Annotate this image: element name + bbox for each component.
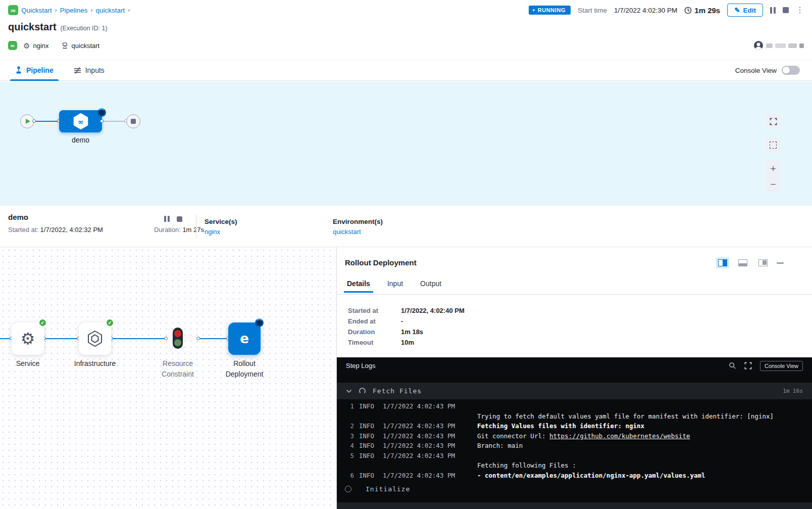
user-avatar-icon xyxy=(753,40,764,51)
stage-node-label: demo xyxy=(59,136,102,144)
log-lines[interactable]: 1 INFO 1/7/2022 4:02:43 PM Trying to fet… xyxy=(337,399,812,509)
tab-pipeline[interactable]: Pipeline xyxy=(12,60,57,80)
clock-icon xyxy=(684,7,692,14)
execution-graph-canvas[interactable]: ⚙ ✓ ✓ e Service Infrastructure Resource … xyxy=(0,247,336,509)
status-badge: RUNNING xyxy=(529,6,571,15)
next-log-section-partial xyxy=(337,502,812,509)
log-section-initialize[interactable]: Initialize xyxy=(337,481,812,496)
environment-link[interactable]: quickstart xyxy=(333,228,383,236)
pipeline-icon xyxy=(15,66,22,74)
log-timestamp: 1/7/2022 4:02:43 PM xyxy=(383,442,477,449)
logs-console-view-button[interactable]: Console View xyxy=(760,361,803,371)
stage-stop-button[interactable] xyxy=(177,216,182,222)
rollout-icon: e xyxy=(240,331,249,346)
edit-button[interactable]: ✎ Edit xyxy=(727,4,763,17)
environment-meta[interactable]: quickstart xyxy=(61,42,100,50)
edge xyxy=(198,338,228,339)
step-node-service[interactable]: ⚙ xyxy=(12,322,44,355)
log-level: INFO xyxy=(359,442,383,449)
duration-label: Duration: xyxy=(154,226,181,234)
tab-input[interactable]: Input xyxy=(386,276,404,293)
step-node-resource-constraint[interactable] xyxy=(173,328,183,349)
layout-split-horizontal-button[interactable] xyxy=(736,257,749,268)
log-message: Fetching following Files : xyxy=(477,461,576,469)
start-time-label: Start time xyxy=(578,7,607,14)
link-point[interactable] xyxy=(196,337,200,340)
execution-id: (Execution ID: 1) xyxy=(61,25,108,32)
canvas-select-button[interactable] xyxy=(766,137,781,153)
tab-details[interactable]: Details xyxy=(346,276,371,293)
log-level: INFO xyxy=(359,402,383,410)
cd-stage-icon: ∞ xyxy=(71,112,90,131)
zoom-out-button[interactable]: − xyxy=(766,176,781,192)
link-point[interactable] xyxy=(32,119,36,123)
stage-pause-button[interactable] xyxy=(164,216,170,222)
log-line-number: 2 xyxy=(337,422,354,430)
log-level: INFO xyxy=(359,472,383,479)
detail-value: 10m xyxy=(401,339,414,346)
stage-node-demo[interactable]: ∞ xyxy=(59,110,102,132)
divider xyxy=(196,215,196,239)
search-icon[interactable] xyxy=(729,362,736,369)
execution-controls: RUNNING Start time 1/7/2022 4:02:30 PM 1… xyxy=(529,4,804,17)
tab-output[interactable]: Output xyxy=(419,276,442,293)
step-node-infrastructure[interactable] xyxy=(79,322,111,355)
services-block: Service(s) nginx xyxy=(205,218,237,236)
end-node[interactable] xyxy=(126,114,140,128)
step-node-rollout-deployment[interactable]: e xyxy=(228,322,261,355)
log-section-duration: 1m 16s xyxy=(783,388,803,394)
detail-label: Timeout xyxy=(348,339,401,346)
detail-label: Started at xyxy=(348,307,401,314)
pause-button[interactable] xyxy=(770,7,776,14)
detail-label: Duration xyxy=(348,328,401,336)
service-link[interactable]: nginx xyxy=(205,228,237,236)
detail-value: - xyxy=(401,317,403,325)
zoom-in-button[interactable]: + xyxy=(766,161,781,176)
step-logs-header: Step Logs Console View xyxy=(337,357,812,374)
step-label-rollout-deployment: Rollout Deployment xyxy=(222,358,267,380)
pipeline-canvas[interactable]: ∞ demo + − xyxy=(0,81,812,206)
tab-inputs[interactable]: Inputs xyxy=(71,60,108,80)
breadcrumb-pipeline-name[interactable]: quickstart xyxy=(96,7,125,14)
redacted-text xyxy=(788,43,797,48)
link-point[interactable] xyxy=(100,119,104,123)
success-check-icon: ✓ xyxy=(106,318,114,327)
log-section-name: Initialize xyxy=(366,485,410,493)
canvas-zoom-controls: + − xyxy=(766,161,781,192)
service-meta[interactable]: ⚙ nginx xyxy=(23,42,49,50)
layout-split-vertical-button[interactable] xyxy=(716,257,729,268)
canvas-fullscreen-button[interactable] xyxy=(766,114,781,129)
stage-name: demo xyxy=(8,213,28,221)
expand-logs-icon[interactable] xyxy=(744,362,752,369)
view-tab-bar: Pipeline Inputs Console View xyxy=(0,60,812,81)
panel-layout-controls xyxy=(716,257,784,268)
log-message-text: Git connector Url: xyxy=(477,432,549,440)
log-section-fetch-files[interactable]: Fetch Files 1m 16s xyxy=(337,383,812,399)
log-line-number: 1 xyxy=(337,402,354,410)
breadcrumb-separator: › xyxy=(91,7,93,14)
console-view-control: Console View xyxy=(735,66,800,75)
link-point[interactable] xyxy=(164,337,168,340)
stop-square-icon xyxy=(131,119,136,124)
log-message: Branch: main xyxy=(477,442,523,449)
environment-name: quickstart xyxy=(72,42,100,50)
minimize-panel-button[interactable] xyxy=(777,262,784,264)
breadcrumb-pipelines[interactable]: Pipelines xyxy=(60,7,88,14)
breadcrumb-separator: › xyxy=(128,7,130,14)
play-icon xyxy=(26,119,30,124)
console-view-toggle[interactable] xyxy=(782,66,800,75)
marquee-icon xyxy=(770,142,777,149)
layout-panel-right-button[interactable] xyxy=(756,257,770,268)
breadcrumb-project[interactable]: Quickstart xyxy=(21,7,52,14)
stop-button[interactable] xyxy=(783,7,789,13)
meta-row: ∞ ⚙ nginx quickstart xyxy=(8,39,804,52)
log-timestamp: 1/7/2022 4:02:43 PM xyxy=(383,432,477,440)
git-connector-link[interactable]: https://github.com/kubernetes/website xyxy=(549,432,690,440)
infrastructure-icon xyxy=(61,42,69,50)
step-label-infrastructure: Infrastructure xyxy=(66,358,124,369)
environments-block: Environment(s) quickstart xyxy=(333,218,383,236)
gear-icon: ⚙ xyxy=(23,42,30,50)
duration-value: 1m 27s xyxy=(182,226,204,234)
kebab-menu-icon[interactable]: ⋮ xyxy=(796,6,804,14)
log-line: 6 INFO 1/7/2022 4:02:43 PM - content/en/… xyxy=(337,471,812,481)
